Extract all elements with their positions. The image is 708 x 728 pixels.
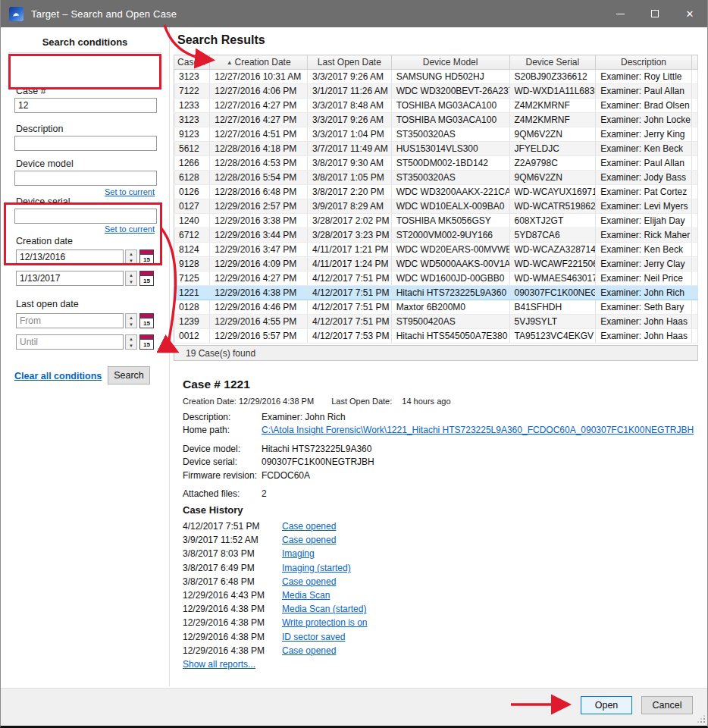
table-row[interactable]: 122112/29/2016 4:38 PM4/12/2017 7:51 PMH… — [174, 286, 698, 300]
table-cell[interactable]: WD-WMAES4630171 — [509, 271, 596, 286]
table-cell[interactable]: Examiner: Ken Beck — [596, 142, 692, 156]
last-open-until-input[interactable] — [16, 334, 124, 350]
table-cell[interactable]: Examiner: John Locke — [596, 113, 692, 127]
table-cell[interactable]: 608XTJ2GT — [509, 214, 596, 228]
table-cell[interactable]: Examiner: Elijah Day — [596, 214, 692, 228]
table-cell[interactable]: 1240 — [174, 214, 210, 228]
table-cell[interactable]: WDC WD3200BEVT-26A23T0 — [391, 84, 509, 99]
last-open-from-stepper[interactable]: ▲▼ — [125, 313, 137, 328]
table-row[interactable]: 561212/28/2016 4:18 PM3/7/2017 11:49 AMH… — [174, 142, 698, 156]
history-report-link[interactable]: Case opened — [282, 521, 336, 532]
resize-grip-icon[interactable] — [696, 714, 705, 723]
table-cell[interactable]: WDC WD10EALX-009BA0 — [391, 199, 509, 214]
table-cell[interactable]: TOSHIBA MG03ACA100 — [391, 113, 509, 127]
table-cell[interactable]: Hitachi HTS723225L9A360 — [391, 286, 509, 300]
table-cell[interactable]: Examiner: Levi Myers — [596, 199, 692, 214]
table-cell[interactable]: Examiner: Jerry King — [596, 127, 692, 142]
clear-all-conditions-link[interactable]: Clear all conditions — [14, 371, 102, 381]
table-cell[interactable]: 12/28/2016 4:53 PM — [210, 156, 308, 171]
table-cell[interactable]: 5YD87CA6 — [509, 228, 596, 243]
table-cell[interactable]: 12/29/2016 4:27 PM — [210, 271, 308, 286]
table-cell[interactable]: 12/27/2016 4:27 PM — [210, 113, 308, 127]
table-cell[interactable]: 8124 — [174, 243, 210, 257]
table-cell[interactable]: 4/11/2017 1:24 PM — [308, 257, 392, 271]
table-row[interactable]: 012712/29/2016 2:57 PM3/9/2017 8:29 AMWD… — [174, 199, 698, 214]
table-cell[interactable]: 3/3/2017 9:26 AM — [308, 113, 392, 127]
table-cell[interactable]: Examiner: Paul Allan — [596, 156, 692, 171]
table-cell[interactable]: 12/27/2016 4:27 PM — [210, 99, 308, 113]
table-cell[interactable]: 12/29/2016 4:38 PM — [210, 286, 308, 300]
table-cell[interactable]: 12/29/2016 3:38 PM — [210, 214, 308, 228]
table-cell[interactable]: WDC WD1600JD-00GBB0 — [391, 271, 509, 286]
table-cell[interactable]: Examiner: Jerry Clay — [596, 257, 692, 271]
table-cell[interactable]: 9QM6V2ZN — [509, 171, 596, 185]
table-cell[interactable]: Examiner: Jody Bass — [596, 171, 692, 185]
table-row[interactable]: 712512/29/2016 4:27 PM4/12/2017 7:51 PMW… — [174, 271, 698, 286]
table-cell[interactable]: SAMSUNG HD502HJ — [391, 70, 509, 84]
table-cell[interactable]: 090307FC1K00NEGTRJBH — [509, 286, 596, 300]
creation-date-to-calendar-button[interactable]: 15 — [139, 271, 154, 286]
table-cell[interactable]: 12/28/2016 6:48 PM — [210, 185, 308, 199]
table-cell[interactable]: 3123 — [174, 113, 210, 127]
table-cell[interactable]: Examiner: John Haas — [596, 315, 692, 329]
column-header[interactable]: ▲Creation Date — [210, 55, 308, 70]
maximize-button[interactable] — [638, 0, 672, 27]
minimize-button[interactable] — [603, 0, 638, 27]
table-cell[interactable]: 4/12/2017 7:53 PM — [308, 329, 392, 344]
table-row[interactable]: 612812/28/2016 5:54 PM3/8/2017 1:05 PMST… — [174, 171, 698, 185]
open-button[interactable]: Open — [581, 696, 632, 714]
last-open-until-calendar-button[interactable]: 15 — [139, 334, 154, 350]
table-cell[interactable]: 3/8/2017 1:05 PM — [308, 171, 392, 185]
table-row[interactable]: 312312/27/2016 4:27 PM3/3/2017 9:26 AMTO… — [174, 113, 698, 127]
set-to-current-model-link[interactable]: Set to current — [105, 187, 155, 196]
table-cell[interactable]: 3/3/2017 9:26 AM — [308, 70, 392, 84]
table-cell[interactable]: 3/1/2017 11:26 AM — [308, 84, 392, 99]
table-cell[interactable]: 3/8/2017 9:30 AM — [308, 156, 392, 171]
column-header[interactable]: Case # — [174, 55, 210, 70]
table-cell[interactable]: Z2A9798C — [509, 156, 596, 171]
table-cell[interactable]: 4/12/2017 7:51 PM — [308, 286, 392, 300]
table-cell[interactable]: 12/29/2016 4:46 PM — [210, 300, 308, 315]
creation-date-from-stepper[interactable]: ▲▼ — [125, 249, 137, 265]
table-cell[interactable]: Examiner: Neil Price — [596, 271, 692, 286]
table-cell[interactable]: Examiner: Seth Bary — [596, 300, 692, 315]
table-row[interactable]: 012812/29/2016 4:46 PM4/12/2017 7:51 PMM… — [174, 300, 698, 315]
table-cell[interactable]: Z4M2KMRNF — [509, 99, 596, 113]
table-cell[interactable]: WDC WD3200AAKX-221CA0 — [391, 185, 509, 199]
cancel-button[interactable]: Cancel — [641, 696, 693, 714]
history-report-link[interactable]: Imaging (started) — [282, 563, 351, 573]
table-cell[interactable]: 6128 — [174, 171, 210, 185]
table-row[interactable]: 912812/29/2016 4:09 PM4/11/2017 1:24 PMW… — [174, 257, 698, 271]
table-cell[interactable]: 3/7/2017 11:49 AM — [308, 142, 392, 156]
table-cell[interactable]: ST9500420AS — [391, 315, 509, 329]
table-cell[interactable]: 7125 — [174, 271, 210, 286]
search-button[interactable]: Search — [108, 366, 150, 384]
table-cell[interactable]: 3/3/2017 1:04 PM — [308, 127, 392, 142]
table-cell[interactable]: 3123 — [174, 70, 210, 84]
history-report-link[interactable]: Write protection is on — [282, 617, 368, 628]
table-cell[interactable]: 12/29/2016 5:57 PM — [210, 329, 308, 344]
history-report-link[interactable]: ID sector saved — [282, 632, 345, 642]
table-row[interactable]: 312312/27/2016 10:31 AM3/3/2017 9:26 AMS… — [174, 70, 698, 84]
table-cell[interactable]: WD-WCAZA3287142 — [509, 243, 596, 257]
table-cell[interactable]: 9123 — [174, 127, 210, 142]
show-all-reports-link[interactable]: Show all reports... — [183, 659, 255, 670]
column-header[interactable]: Device Model — [391, 55, 509, 70]
table-cell[interactable]: 12/28/2016 5:54 PM — [210, 171, 308, 185]
table-cell[interactable]: Examiner: Ken Beck — [596, 243, 692, 257]
creation-date-from-input[interactable] — [16, 249, 124, 265]
table-cell[interactable]: WD-WCAYUX169716 — [509, 185, 596, 199]
table-cell[interactable]: WDC WD5000AAKS-00V1A0 — [391, 257, 509, 271]
table-cell[interactable]: 12/29/2016 2:57 PM — [210, 199, 308, 214]
table-row[interactable]: 712212/27/2016 4:06 PM3/1/2017 11:26 AMW… — [174, 84, 698, 99]
table-cell[interactable]: 9QM6V2ZN — [509, 127, 596, 142]
history-report-link[interactable]: Case opened — [282, 576, 336, 587]
close-button[interactable]: ✕ — [672, 0, 707, 27]
table-cell[interactable]: 0128 — [174, 300, 210, 315]
table-cell[interactable]: Maxtor 6B200M0 — [391, 300, 509, 315]
table-cell[interactable]: 3/3/2017 8:48 AM — [308, 99, 392, 113]
table-cell[interactable]: 7122 — [174, 84, 210, 99]
table-row[interactable]: 012612/28/2016 6:48 PM3/8/2017 2:20 PMWD… — [174, 185, 698, 199]
table-row[interactable]: 123312/27/2016 4:27 PM3/3/2017 8:48 AMTO… — [174, 99, 698, 113]
table-cell[interactable]: 3/28/2017 3:23 PM — [308, 228, 392, 243]
